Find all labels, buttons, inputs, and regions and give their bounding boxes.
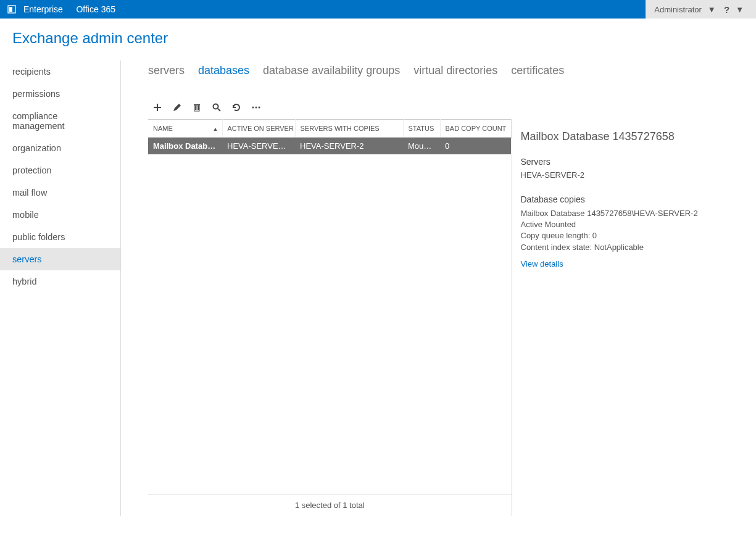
detail-servers-label: Servers — [521, 157, 752, 167]
help-icon[interactable]: ? — [724, 4, 729, 15]
svg-rect-5 — [197, 106, 198, 110]
refresh-icon[interactable] — [231, 102, 242, 113]
toolbar — [148, 90, 756, 119]
search-icon[interactable] — [211, 102, 222, 113]
sidebar-item-hybrid[interactable]: hybrid — [0, 270, 120, 293]
detail-servers-value: HEVA-SERVER-2 — [521, 170, 752, 180]
sidebar-item-mail-flow[interactable]: mail flow — [0, 181, 120, 204]
tab-database-availability-groups[interactable]: database availability groups — [263, 64, 400, 77]
grid: NAME▲ ACTIVE ON SERVER SERVERS WITH COPI… — [148, 119, 756, 516]
detail-copy-path: Mailbox Database 1435727658\HEVA-SERVER-… — [521, 208, 752, 219]
content-area: serversdatabasesdatabase availability gr… — [121, 60, 756, 516]
table-header-row: NAME▲ ACTIVE ON SERVER SERVERS WITH COPI… — [148, 120, 511, 138]
page-title: Exchange admin center — [0, 19, 756, 60]
svg-point-9 — [214, 104, 218, 109]
tab-databases[interactable]: databases — [198, 64, 249, 77]
detail-index: Content index state: NotApplicable — [521, 242, 752, 253]
sidebar-item-mobile[interactable]: mobile — [0, 204, 120, 226]
sidebar: recipientspermissionscompliance manageme… — [0, 60, 121, 516]
sort-asc-icon: ▲ — [213, 126, 218, 132]
cell-status: Moun… — [403, 138, 440, 155]
svg-rect-6 — [198, 106, 199, 110]
detail-title: Mailbox Database 1435727658 — [521, 130, 752, 143]
delete-icon[interactable] — [191, 102, 202, 113]
chevron-down-icon[interactable]: ▼ — [736, 5, 744, 14]
top-tab-enterprise[interactable]: Enterprise — [23, 4, 63, 14]
view-details-link[interactable]: View details — [521, 259, 563, 268]
detail-copies-label: Database copies — [521, 194, 752, 204]
sidebar-item-compliance-management[interactable]: compliance management — [0, 105, 120, 137]
table-row[interactable]: Mailbox Databas… HEVA-SERVER-2 HEVA-SERV… — [148, 138, 511, 155]
col-active[interactable]: ACTIVE ON SERVER — [222, 120, 295, 138]
user-menu[interactable]: Administrator — [654, 5, 702, 14]
svg-point-13 — [259, 107, 260, 109]
add-icon[interactable] — [152, 102, 163, 113]
col-bad[interactable]: BAD COPY COUNT — [440, 120, 511, 138]
svg-line-10 — [218, 109, 220, 111]
svg-rect-1 — [9, 7, 12, 12]
sidebar-item-organization[interactable]: organization — [0, 137, 120, 159]
svg-point-11 — [252, 107, 254, 109]
top-nav-tabs: Enterprise Office 365 — [23, 4, 127, 14]
tab-virtual-directories[interactable]: virtual directories — [413, 64, 497, 77]
data-table: NAME▲ ACTIVE ON SERVER SERVERS WITH COPI… — [148, 119, 512, 154]
svg-point-12 — [255, 107, 257, 109]
detail-state: Active Mounted — [521, 219, 752, 230]
detail-queue: Copy queue length: 0 — [521, 230, 752, 241]
chevron-down-icon[interactable]: ▼ — [708, 5, 716, 14]
cell-name: Mailbox Databas… — [148, 138, 222, 155]
tab-servers[interactable]: servers — [148, 64, 185, 77]
status-bar: 1 selected of 1 total — [148, 494, 512, 516]
sidebar-item-recipients[interactable]: recipients — [0, 60, 120, 83]
tab-certificates[interactable]: certificates — [511, 64, 564, 77]
col-status[interactable]: STATUS — [403, 120, 440, 138]
col-copies[interactable]: SERVERS WITH COPIES — [295, 120, 403, 138]
detail-pane: Mailbox Database 1435727658 Servers HEVA… — [512, 119, 752, 516]
top-right-controls: Administrator ▼ ? ▼ — [646, 0, 756, 19]
svg-rect-4 — [195, 106, 196, 110]
sidebar-item-servers[interactable]: servers — [0, 248, 120, 270]
more-icon[interactable] — [251, 102, 262, 113]
top-tab-office365[interactable]: Office 365 — [76, 4, 115, 14]
top-bar: Enterprise Office 365 Administrator ▼ ? … — [0, 0, 756, 19]
office-logo-icon — [5, 2, 19, 16]
cell-bad: 0 — [440, 138, 511, 155]
secondary-tabs: serversdatabasesdatabase availability gr… — [148, 60, 756, 90]
cell-active: HEVA-SERVER-2 — [222, 138, 295, 155]
sidebar-item-permissions[interactable]: permissions — [0, 83, 120, 105]
sidebar-item-public-folders[interactable]: public folders — [0, 226, 120, 248]
cell-copies: HEVA-SERVER-2 — [295, 138, 403, 155]
col-name[interactable]: NAME▲ — [148, 120, 222, 138]
sidebar-item-protection[interactable]: protection — [0, 159, 120, 181]
edit-icon[interactable] — [172, 102, 183, 113]
